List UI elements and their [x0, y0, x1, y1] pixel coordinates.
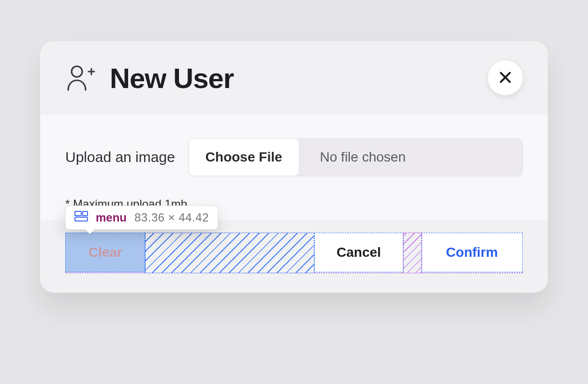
svg-point-0: [72, 66, 82, 77]
close-button[interactable]: [488, 60, 523, 95]
modal-header: New User: [40, 41, 548, 115]
user-plus-icon: [65, 65, 96, 91]
svg-rect-6: [75, 217, 88, 221]
flex-gap: [403, 233, 422, 273]
flex-spacer: [145, 233, 315, 273]
devtools-dimensions: 83.36 × 44.42: [134, 211, 209, 224]
svg-rect-7: [83, 211, 88, 216]
new-user-modal: New User Upload an image Choose File No …: [40, 41, 548, 293]
modal-title: New User: [110, 62, 474, 94]
close-icon: [499, 71, 512, 86]
modal-footer: Clear Cancel Confirm: [40, 221, 548, 293]
confirm-button-label: Confirm: [446, 245, 498, 260]
cancel-button[interactable]: Cancel: [314, 233, 404, 272]
flex-layout-icon: [74, 211, 88, 224]
upload-label: Upload an image: [65, 149, 175, 165]
modal-body: Upload an image Choose File No file chos…: [40, 115, 548, 221]
confirm-button[interactable]: Confirm: [421, 233, 523, 272]
clear-button-label: Clear: [88, 245, 122, 260]
devtools-element-tag: menu: [96, 211, 127, 224]
svg-rect-5: [75, 211, 81, 216]
cancel-button-label: Cancel: [337, 245, 381, 260]
file-status: No file chosen: [299, 139, 522, 176]
clear-button[interactable]: Clear: [65, 233, 146, 272]
choose-file-button[interactable]: Choose File: [189, 138, 299, 176]
devtools-tooltip: menu 83.36 × 44.42: [65, 206, 218, 230]
upload-row: Upload an image Choose File No file chos…: [65, 138, 523, 176]
file-picker: Choose File No file chosen: [189, 138, 523, 176]
button-bar: Clear Cancel Confirm: [65, 233, 523, 273]
